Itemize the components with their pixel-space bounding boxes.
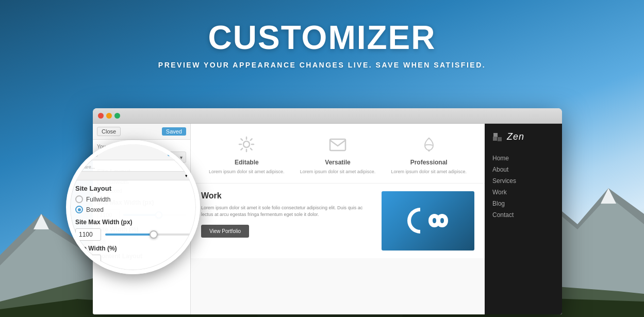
site-sidebar: Zen Home About Services Work Blog Contac… <box>485 124 562 314</box>
mag-fullwidth-label: Fullwidth <box>86 196 110 203</box>
nav-item-services[interactable]: Services <box>492 175 554 187</box>
versatile-text: Lorem ipsum dolor sit amet adipisce. <box>292 169 384 175</box>
nav-item-about[interactable]: About <box>492 164 554 175</box>
page-subtitle: PREVIEW YOUR APPEARANCE CHANGES LIVE. SA… <box>0 61 644 69</box>
mag-fullwidth-option[interactable]: Fullwidth <box>75 195 191 203</box>
versatile-title: Versatile <box>292 159 384 166</box>
mag-site-width-title: Site Width (%) <box>75 245 191 252</box>
svg-rect-18 <box>330 139 345 151</box>
nav-item-work[interactable]: Work <box>492 187 554 198</box>
nav-list: Home About Services Work Blog Contact <box>492 153 554 221</box>
work-body: Lorem ipsum dolor sit amet it sole folio… <box>201 205 371 219</box>
dot-green[interactable] <box>114 113 120 119</box>
magnifier: Close Saved You are... ▾ Site Layout Ful… <box>66 140 200 274</box>
svg-point-19 <box>428 149 430 152</box>
work-image <box>382 191 474 251</box>
feature-professional: Professional Lorem ipsum dolor sit amet … <box>383 134 474 175</box>
editable-title: Editable <box>201 159 292 166</box>
mag-dropdown[interactable]: ▾ <box>75 171 191 180</box>
header: CUSTOMIZER PREVIEW YOUR APPEARANCE CHANG… <box>0 0 644 69</box>
website-preview: Editable Lorem ipsum dolor sit amet adip… <box>191 124 562 314</box>
svg-rect-20 <box>493 133 498 137</box>
mag-max-width-row <box>75 228 191 241</box>
features-row: Editable Lorem ipsum dolor sit amet adip… <box>191 124 485 183</box>
nav-item-blog[interactable]: Blog <box>492 198 554 209</box>
mag-you-are: You are... <box>75 164 191 170</box>
gear-icon <box>236 134 257 155</box>
professional-title: Professional <box>383 159 474 166</box>
mag-boxed-option[interactable]: Boxed <box>75 206 191 213</box>
zen-logo: Zen <box>492 131 554 142</box>
mag-content: You are... ▾ Site Layout Fullwidth Boxed… <box>70 160 196 270</box>
svg-point-17 <box>243 141 250 147</box>
dot-yellow[interactable] <box>106 113 112 119</box>
feature-versatile: Versatile Lorem ipsum dolor sit amet adi… <box>292 134 384 175</box>
professional-text: Lorem ipsum dolor sit amet adipisce. <box>383 169 474 175</box>
feature-editable: Editable Lorem ipsum dolor sit amet adip… <box>201 134 292 175</box>
browser-chrome <box>93 108 562 124</box>
page-title: CUSTOMIZER <box>0 20 644 56</box>
work-title: Work <box>201 191 371 201</box>
nav-item-home[interactable]: Home <box>492 153 554 164</box>
pen-icon <box>419 134 439 155</box>
nav-item-contact[interactable]: Contact <box>492 209 554 221</box>
work-section: Work Lorem ipsum dolor sit amet it sole … <box>191 183 485 258</box>
mag-max-width-input[interactable] <box>75 228 101 241</box>
mag-boxed-label: Boxed <box>86 206 104 213</box>
portfolio-button[interactable]: View Portfolio <box>201 225 249 238</box>
dot-red[interactable] <box>98 113 104 119</box>
mag-boxed-radio[interactable] <box>75 206 83 213</box>
close-button[interactable]: Close <box>97 127 121 136</box>
mag-layout-title: Site Layout <box>75 185 191 192</box>
panel-header: Close Saved <box>93 124 190 140</box>
zen-label: Zen <box>507 131 524 142</box>
saved-badge: Saved <box>162 127 186 136</box>
zen-logo-icon <box>492 132 503 142</box>
mag-fullwidth-radio[interactable] <box>75 195 83 203</box>
envelope-icon <box>327 134 348 155</box>
mag-max-width-slider[interactable] <box>105 233 191 236</box>
mag-max-width-title: Site Max Width (px) <box>75 219 191 226</box>
editable-text: Lorem ipsum dolor sit amet adipisce. <box>201 169 292 175</box>
svg-rect-21 <box>498 137 502 141</box>
work-text: Work Lorem ipsum dolor sit amet it sole … <box>201 191 371 251</box>
svg-rect-22 <box>493 137 497 141</box>
site-content: Editable Lorem ipsum dolor sit amet adip… <box>191 124 485 314</box>
